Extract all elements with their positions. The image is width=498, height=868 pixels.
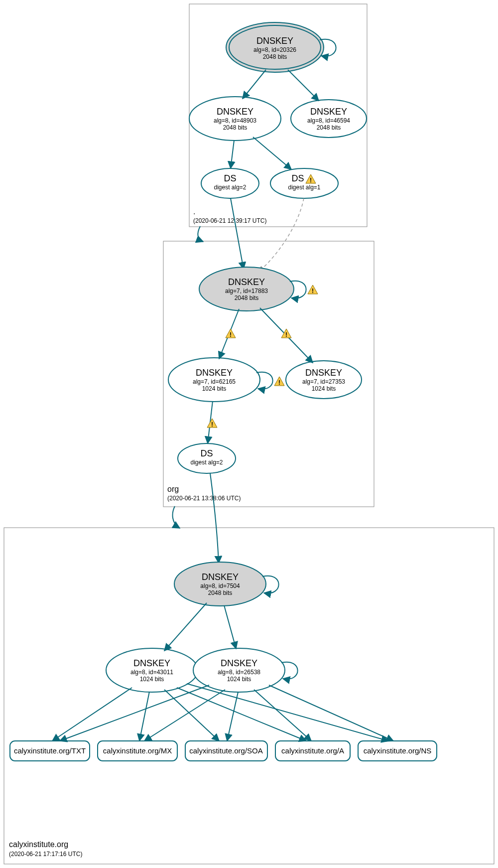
svg-text:alg=7, id=17883: alg=7, id=17883 bbox=[225, 288, 268, 294]
svg-text:1024 bits: 1024 bits bbox=[227, 676, 251, 683]
root-ksk-bits: 2048 bits bbox=[263, 53, 287, 60]
svg-text:DNSKEY: DNSKEY bbox=[196, 368, 233, 378]
edge-delegation-org-leaf bbox=[173, 506, 180, 528]
svg-text:calyxinstitute.org/MX: calyxinstitute.org/MX bbox=[103, 746, 172, 755]
svg-text:!: ! bbox=[230, 331, 232, 338]
zone-root-name: . bbox=[193, 207, 195, 216]
zone-leaf-date: (2020-06-21 17:17:16 UTC) bbox=[9, 851, 82, 858]
warning-icon: ! bbox=[308, 285, 318, 294]
svg-text:digest alg=2: digest alg=2 bbox=[190, 459, 223, 466]
edge-ds2-orgksk bbox=[259, 198, 304, 272]
svg-text:1024 bits: 1024 bits bbox=[312, 385, 336, 392]
svg-text:digest alg=2: digest alg=2 bbox=[214, 184, 246, 191]
svg-text:!: ! bbox=[312, 288, 314, 294]
svg-text:DNSKEY: DNSKEY bbox=[228, 277, 265, 287]
warning-icon: ! bbox=[274, 377, 284, 386]
edge-leafksk-zsk1 bbox=[164, 603, 207, 651]
edge-leafksk-zsk2 bbox=[224, 605, 236, 649]
edge-rootzsk1-ds1 bbox=[231, 141, 234, 168]
svg-text:1024 bits: 1024 bits bbox=[140, 676, 164, 683]
svg-text:DNSKEY: DNSKEY bbox=[221, 658, 257, 668]
edge-ds1-orgksk bbox=[231, 198, 244, 269]
svg-text:DNSKEY: DNSKEY bbox=[133, 658, 170, 668]
svg-text:2048 bits: 2048 bits bbox=[317, 124, 341, 131]
warning-icon: ! bbox=[226, 329, 236, 338]
svg-text:1024 bits: 1024 bits bbox=[202, 385, 227, 392]
svg-text:DNSKEY: DNSKEY bbox=[217, 107, 253, 117]
svg-text:DS: DS bbox=[291, 173, 304, 183]
edge-rootzsk1-ds2 bbox=[253, 137, 291, 169]
svg-text:calyxinstitute.org/TXT: calyxinstitute.org/TXT bbox=[14, 746, 86, 755]
svg-text:digest alg=1: digest alg=1 bbox=[288, 184, 320, 191]
edge-delegation-root-org bbox=[198, 226, 203, 242]
svg-text:alg=8, id=48903: alg=8, id=48903 bbox=[214, 117, 256, 124]
zone-root-date: (2020-06-21 12:39:17 UTC) bbox=[193, 217, 266, 224]
svg-text:calyxinstitute.org/A: calyxinstitute.org/A bbox=[281, 746, 344, 755]
svg-text:DNSKEY: DNSKEY bbox=[202, 572, 239, 582]
dnssec-graph: DNSKEY alg=8, id=20326 2048 bits DNSKEY … bbox=[0, 0, 498, 868]
svg-text:DNSKEY: DNSKEY bbox=[305, 368, 342, 378]
svg-text:alg=7, id=62165: alg=7, id=62165 bbox=[193, 378, 236, 385]
svg-text:DS: DS bbox=[224, 173, 236, 183]
svg-text:DNSKEY: DNSKEY bbox=[310, 107, 347, 117]
warning-icon: ! bbox=[207, 419, 217, 428]
svg-text:DS: DS bbox=[200, 448, 213, 458]
node-ds-root2 bbox=[270, 168, 338, 198]
svg-text:calyxinstitute.org/NS: calyxinstitute.org/NS bbox=[364, 746, 432, 755]
svg-text:!: ! bbox=[310, 177, 312, 184]
svg-text:2048 bits: 2048 bits bbox=[235, 294, 259, 301]
svg-text:alg=8, id=7504: alg=8, id=7504 bbox=[200, 582, 240, 589]
zone-leaf-name: calyxinstitute.org bbox=[9, 840, 68, 849]
svg-text:!: ! bbox=[278, 379, 280, 386]
svg-text:2048 bits: 2048 bits bbox=[223, 124, 248, 131]
warning-icon: ! bbox=[281, 329, 291, 338]
edge-rootksk-zsk2 bbox=[288, 70, 319, 101]
svg-text:!: ! bbox=[211, 421, 213, 428]
root-ksk-alg: alg=8, id=20326 bbox=[253, 46, 296, 53]
svg-text:alg=8, id=46594: alg=8, id=46594 bbox=[307, 117, 350, 124]
node-ds-root1 bbox=[201, 168, 259, 198]
svg-text:alg=7, id=27353: alg=7, id=27353 bbox=[302, 378, 345, 385]
zone-org-name: org bbox=[167, 485, 179, 493]
edge-dsorg-leafksk bbox=[210, 473, 219, 563]
svg-text:calyxinstitute.org/SOA: calyxinstitute.org/SOA bbox=[189, 746, 263, 755]
svg-text:alg=8, id=43011: alg=8, id=43011 bbox=[130, 669, 173, 676]
svg-text:!: ! bbox=[285, 331, 287, 338]
root-ksk-title: DNSKEY bbox=[256, 36, 293, 46]
edge-rootksk-zsk1 bbox=[243, 70, 266, 99]
svg-text:alg=8, id=26538: alg=8, id=26538 bbox=[218, 669, 260, 676]
zone-org-date: (2020-06-21 13:38:06 UTC) bbox=[167, 495, 241, 502]
node-ds-org bbox=[178, 443, 236, 473]
svg-text:2048 bits: 2048 bits bbox=[208, 589, 233, 596]
